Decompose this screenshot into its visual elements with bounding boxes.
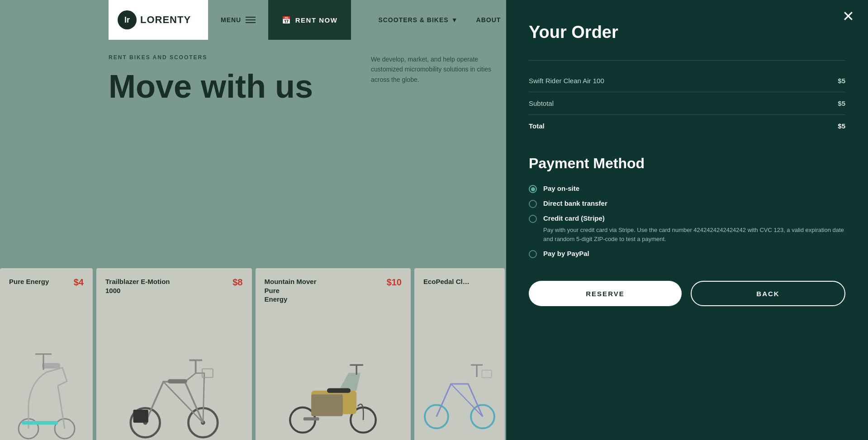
vehicle-name-1: Trailblazer E-Motion1000 bbox=[105, 277, 173, 295]
payment-option-label-credit_card: Credit card (Stripe) bbox=[543, 214, 845, 222]
svg-point-23 bbox=[425, 405, 448, 428]
rent-now-button[interactable]: 📅 RENT NOW bbox=[268, 0, 351, 40]
stripe-description: Pay with your credit card via Stripe. Us… bbox=[543, 226, 845, 243]
order-item-row: Swift Rider Clean Air 100 $5 bbox=[529, 70, 845, 92]
vehicle-card-2[interactable]: Mountain Mover PureEnergy $10 bbox=[256, 268, 411, 440]
hero-section: RENT BIKES AND SCOOTERS Move with us We … bbox=[109, 54, 498, 114]
vehicle-price-1: $8 bbox=[232, 277, 242, 288]
payment-option-text-bank_transfer: Direct bank transfer bbox=[543, 199, 607, 207]
rent-now-label: RENT NOW bbox=[295, 16, 338, 24]
vehicles-row: Pure Energy $4 bbox=[0, 268, 507, 440]
svg-rect-25 bbox=[482, 370, 492, 378]
scooter-icon bbox=[17, 345, 76, 440]
payment-option-paypal[interactable]: Pay by PayPal bbox=[529, 250, 845, 258]
total-value: $5 bbox=[838, 122, 845, 130]
logo-icon: lr bbox=[118, 10, 137, 29]
payment-option-text-credit_card: Credit card (Stripe)Pay with your credit… bbox=[543, 214, 845, 243]
reserve-button[interactable]: RESERVE bbox=[529, 281, 682, 306]
order-panel: ✕ Your Order Swift Rider Clean Air 100 $… bbox=[506, 0, 868, 440]
vehicle-name-0: Pure Energy bbox=[9, 277, 77, 286]
payment-option-text-pay_onsite: Pay on-site bbox=[543, 185, 579, 192]
radio-bank_transfer[interactable] bbox=[529, 200, 537, 208]
vehicle-card-3[interactable]: EcoPedal Cl… bbox=[414, 268, 505, 440]
subtotal-row: Subtotal $5 bbox=[529, 92, 845, 115]
vehicle-name-2: Mountain Mover PureEnergy bbox=[265, 277, 332, 304]
svg-rect-14 bbox=[133, 410, 148, 423]
total-label: Total bbox=[529, 122, 545, 130]
vehicle-image-3 bbox=[414, 341, 505, 440]
radio-pay_onsite[interactable] bbox=[529, 185, 537, 193]
menu-label: MENU bbox=[221, 16, 241, 24]
payment-option-pay_onsite[interactable]: Pay on-site bbox=[529, 185, 845, 193]
payment-options: Pay on-siteDirect bank transferCredit ca… bbox=[529, 185, 845, 258]
order-item-name: Swift Rider Clean Air 100 bbox=[529, 77, 604, 85]
panel-buttons: RESERVE BACK bbox=[529, 281, 845, 306]
panel-title: Your Order bbox=[529, 23, 845, 42]
site-background: lr LORENTY MENU 📅 RENT NOW SCOOTERS & BI… bbox=[0, 0, 507, 440]
vehicle-price-0: $4 bbox=[74, 277, 84, 288]
payment-option-label-bank_transfer: Direct bank transfer bbox=[543, 199, 607, 207]
payment-option-bank_transfer[interactable]: Direct bank transfer bbox=[529, 199, 845, 208]
payment-option-credit_card[interactable]: Credit card (Stripe)Pay with your credit… bbox=[529, 214, 845, 243]
order-item-price: $5 bbox=[838, 77, 845, 85]
moto-icon bbox=[288, 345, 378, 440]
hero-description: We develop, market, and help operate cus… bbox=[371, 54, 498, 85]
svg-rect-18 bbox=[311, 394, 343, 416]
payment-title: Payment Method bbox=[529, 155, 845, 172]
logo-text: LORENTY bbox=[140, 14, 191, 26]
hamburger-icon bbox=[246, 17, 256, 23]
close-button[interactable]: ✕ bbox=[842, 9, 854, 24]
vehicle-image-0 bbox=[1, 341, 92, 440]
chevron-down-icon: ▼ bbox=[451, 16, 458, 24]
payment-option-label-pay_onsite: Pay on-site bbox=[543, 185, 579, 192]
menu-button[interactable]: MENU bbox=[208, 0, 268, 40]
order-section: Swift Rider Clean Air 100 $5 Subtotal $5… bbox=[529, 60, 845, 137]
svg-rect-5 bbox=[22, 421, 58, 425]
vehicle-price-2: $10 bbox=[387, 277, 402, 288]
subtotal-value: $5 bbox=[838, 99, 845, 107]
vehicle-image-2 bbox=[288, 341, 378, 440]
payment-option-text-paypal: Pay by PayPal bbox=[543, 250, 589, 257]
total-row: Total $5 bbox=[529, 115, 845, 137]
vehicle-name-3: EcoPedal Cl… bbox=[423, 277, 491, 286]
svg-rect-12 bbox=[167, 379, 187, 383]
back-button[interactable]: BACK bbox=[691, 281, 845, 306]
vehicle-card-0[interactable]: Pure Energy $4 bbox=[0, 268, 93, 440]
payment-option-label-paypal: Pay by PayPal bbox=[543, 250, 589, 257]
nav-scooters-bikes[interactable]: SCOOTERS & BIKES ▼ bbox=[378, 16, 458, 24]
subtotal-label: Subtotal bbox=[529, 99, 554, 107]
bike2-icon bbox=[423, 345, 496, 440]
calendar-icon: 📅 bbox=[282, 16, 292, 24]
radio-credit_card[interactable] bbox=[529, 215, 537, 223]
vehicle-card-1[interactable]: Trailblazer E-Motion1000 $8 bbox=[96, 268, 252, 440]
nav-about[interactable]: ABOUT bbox=[476, 16, 501, 24]
radio-paypal[interactable] bbox=[529, 250, 537, 258]
site-header: lr LORENTY MENU 📅 RENT NOW SCOOTERS & BI… bbox=[109, 0, 507, 40]
svg-rect-22 bbox=[304, 417, 319, 421]
svg-rect-2 bbox=[42, 363, 60, 369]
logo-area: lr LORENTY bbox=[109, 0, 208, 40]
bike-icon bbox=[129, 345, 219, 440]
svg-rect-21 bbox=[327, 388, 351, 393]
vehicle-image-1 bbox=[129, 341, 219, 440]
radio-inner-pay_onsite bbox=[531, 187, 535, 191]
site-nav: SCOOTERS & BIKES ▼ ABOUT bbox=[351, 16, 501, 24]
